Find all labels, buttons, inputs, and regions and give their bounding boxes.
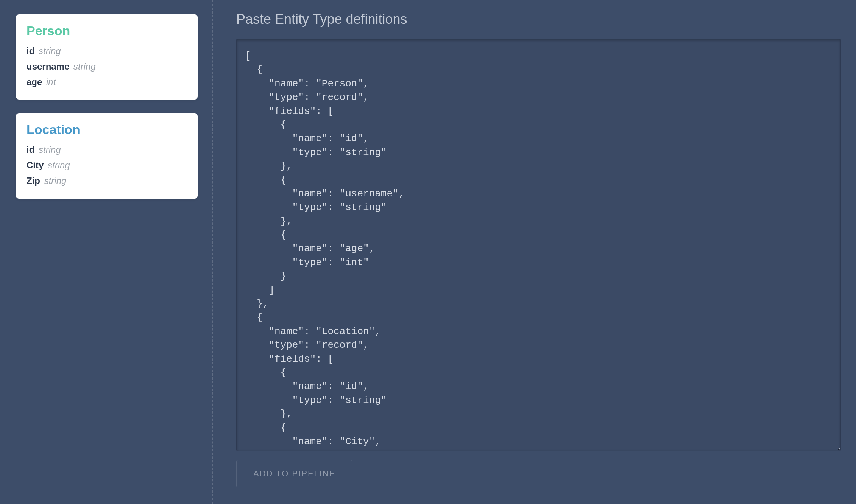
entity-field-type: string: [48, 160, 70, 170]
entity-field-type: string: [39, 46, 61, 56]
add-to-pipeline-button[interactable]: ADD TO PIPELINE: [236, 460, 352, 487]
page-title: Paste Entity Type definitions: [236, 11, 841, 27]
entity-card-title: Person: [27, 23, 187, 38]
entity-field-type: int: [46, 77, 56, 87]
entity-field-row: City string: [27, 158, 187, 173]
entity-field-row: Zip string: [27, 173, 187, 189]
entity-field-name: Zip: [27, 176, 40, 186]
entity-field-type: string: [39, 145, 61, 155]
entity-sidebar: Personid stringusername stringage intLoc…: [0, 0, 212, 504]
entity-card-title: Location: [27, 122, 187, 137]
entity-field-row: id string: [27, 142, 187, 158]
entity-field-name: username: [27, 61, 69, 72]
entity-field-type: string: [44, 176, 67, 186]
entity-field-name: age: [27, 77, 42, 87]
entity-field-row: id string: [27, 44, 187, 59]
main-panel: Paste Entity Type definitions ADD TO PIP…: [213, 0, 856, 504]
entity-field-row: username string: [27, 59, 187, 75]
entity-field-row: age int: [27, 75, 187, 90]
entity-field-name: City: [27, 160, 44, 170]
entity-field-type: string: [73, 61, 96, 72]
entity-card: Locationid stringCity stringZip string: [16, 113, 198, 198]
entity-field-name: id: [27, 145, 34, 155]
entity-card: Personid stringusername stringage int: [16, 14, 198, 100]
entity-definitions-textarea[interactable]: [236, 39, 841, 451]
entity-field-name: id: [27, 46, 34, 56]
